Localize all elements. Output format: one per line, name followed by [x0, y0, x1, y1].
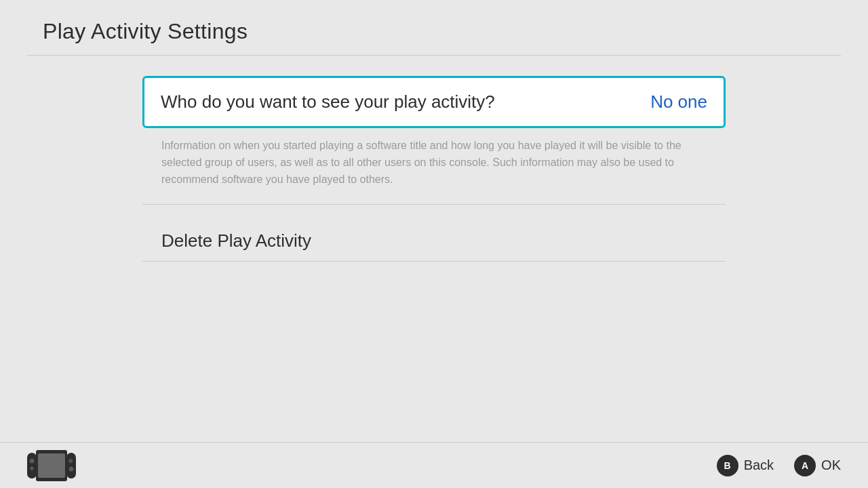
back-button-badge[interactable]: B Back — [717, 455, 774, 476]
a-button-icon: A — [794, 455, 816, 476]
ok-label: OK — [821, 458, 841, 473]
footer: B Back A OK — [0, 442, 868, 488]
main-content: Who do you want to see your play activit… — [0, 56, 868, 442]
visibility-description: Information on when you started playing … — [142, 128, 726, 188]
header: Play Activity Settings — [0, 0, 868, 55]
visibility-setting-label: Who do you want to see your play activit… — [161, 92, 495, 113]
section-divider-2 — [142, 261, 726, 262]
delete-activity-label: Delete Play Activity — [161, 230, 311, 251]
visibility-setting-value: No one — [650, 92, 707, 113]
svg-point-10 — [70, 458, 72, 460]
svg-point-11 — [70, 461, 72, 463]
page-container: Play Activity Settings Who do you want t… — [0, 0, 868, 488]
section-divider-1 — [142, 204, 726, 205]
b-button-icon: B — [717, 455, 738, 476]
visibility-setting-row[interactable]: Who do you want to see your play activit… — [142, 76, 726, 128]
back-label: Back — [744, 458, 774, 473]
svg-rect-0 — [27, 453, 37, 479]
footer-left — [27, 450, 76, 481]
svg-rect-3 — [38, 453, 65, 478]
page-title: Play Activity Settings — [43, 19, 825, 44]
footer-right: B Back A OK — [717, 455, 841, 476]
switch-console-icon — [27, 450, 76, 481]
svg-point-4 — [30, 458, 35, 463]
svg-rect-1 — [66, 453, 76, 479]
svg-point-5 — [69, 466, 74, 471]
ok-button-badge[interactable]: A OK — [794, 455, 841, 476]
delete-activity-row[interactable]: Delete Play Activity — [142, 221, 726, 261]
svg-rect-7 — [31, 466, 33, 470]
